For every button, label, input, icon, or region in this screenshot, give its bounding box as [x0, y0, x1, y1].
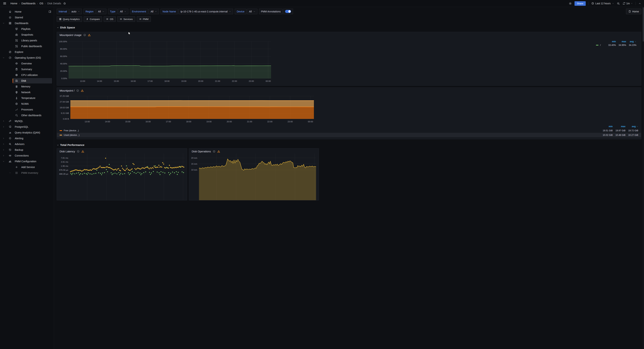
panel-header[interactable]: Disk Latency [60, 150, 84, 153]
sidebar-item-numa[interactable]: NUMA [0, 101, 54, 107]
sidebar-item-label: Disk [21, 78, 26, 84]
history-icon [9, 148, 12, 151]
sidebar-item-other-dashboards[interactable]: Other dashboards [0, 112, 54, 118]
svg-text:1.95 ms: 1.95 ms [61, 165, 68, 167]
sidebar-item-label: Network [21, 89, 30, 95]
section-total-performance[interactable]: Total Performance [57, 143, 322, 147]
breadcrumb-separator: › [19, 2, 20, 5]
breadcrumb: Home › Dashboards › OS › Disk Details [10, 2, 61, 5]
sidebar-item-cpu-utilization[interactable]: CPU utilization [0, 72, 54, 78]
filter-value-dropdown[interactable]: All [96, 9, 106, 14]
sidebar-item-network[interactable]: Network [0, 89, 54, 95]
breadcrumb-os[interactable]: OS [40, 2, 44, 5]
panel-header[interactable]: Disk Operations [192, 150, 220, 153]
info-icon[interactable] [77, 150, 80, 153]
toolbar-button-compare[interactable]: Compare [84, 16, 102, 22]
info-icon[interactable] [76, 89, 79, 92]
sidebar-item-snapshots[interactable]: Snapshots [0, 32, 54, 38]
info-icon[interactable] [83, 34, 86, 36]
breadcrumb-current: Disk Details [47, 2, 61, 5]
chevron-right-icon [2, 155, 5, 157]
sidebar-item-mysql[interactable]: MySQL [0, 118, 54, 124]
sidebar-item-label: MySQL [15, 118, 23, 124]
sidebar-item-playlists[interactable]: Playlists [0, 26, 54, 32]
sidebar-item-connections[interactable]: Connections [0, 153, 54, 158]
chevron-down-icon [9, 172, 11, 174]
sidebar-item-memory[interactable]: Memory [0, 84, 54, 89]
sidebar-item-backup[interactable]: Backup [0, 147, 54, 153]
panel-header[interactable]: Mountpoint / [60, 89, 84, 92]
breadcrumb-home[interactable]: Home [10, 2, 18, 5]
sidebar-item-explore[interactable]: Explore [0, 49, 54, 55]
panel-header[interactable]: Mountpoint Usage [60, 33, 91, 36]
sidebar-item-disk[interactable]: Disk [0, 78, 54, 84]
sidebar-item-label: Other dashboards [21, 112, 42, 118]
sidebar-item-label: NUMA [21, 101, 28, 107]
warning-icon[interactable] [88, 34, 91, 36]
svg-text:20:00: 20:00 [198, 80, 204, 82]
sidebar-item-public-dashboards[interactable]: Public dashboards [0, 43, 54, 49]
numa-icon [15, 102, 18, 105]
warning-icon[interactable] [81, 89, 84, 92]
svg-text:13:00: 13:00 [80, 80, 85, 82]
chevron-right-icon [2, 149, 5, 151]
sidebar-item-label: Backup [15, 147, 23, 153]
sidebar-item-add-service[interactable]: Add Service [0, 164, 54, 170]
legend-series[interactable]: Used (device , ) [60, 134, 322, 136]
sidebar-item-operating-system-os[interactable]: Operating System (OS) [0, 55, 54, 61]
star-icon [9, 16, 12, 19]
filter-value-dropdown[interactable]: All [118, 9, 128, 14]
toolbar-button-pmm[interactable]: PMM [137, 16, 151, 22]
svg-text:976.56 µs: 976.56 µs [59, 169, 68, 171]
sidebar-item-summary[interactable]: Summary [0, 66, 54, 72]
list-icon [106, 18, 108, 20]
svg-text:20 io/s: 20 io/s [191, 157, 197, 159]
breadcrumb-dashboards[interactable]: Dashboards [22, 2, 36, 5]
apps-icon [59, 18, 62, 20]
chevron-down-icon [2, 22, 5, 24]
warning-icon[interactable] [217, 150, 220, 153]
panel-disk-operations: Disk Operations 10 io/s15 io/s20 io/s [189, 148, 319, 174]
filter-value-dropdown[interactable]: All [149, 9, 159, 14]
section-disk-space[interactable]: Disk Space [57, 25, 322, 29]
sidebar-item-pmm-inventory[interactable]: PMM Inventory [0, 170, 54, 174]
sidebar-item-label: Temperature [21, 95, 36, 101]
legend-series[interactable]: Free (device , ) [60, 129, 322, 132]
toolbar-button-os[interactable]: OS [104, 16, 116, 22]
filter-value-dropdown[interactable]: All [247, 9, 258, 14]
chevron-down-icon [57, 26, 59, 29]
svg-text:9.31 GiB: 9.31 GiB [61, 112, 69, 114]
sidebar-item-temperature[interactable]: Temperature [0, 95, 54, 101]
sidebar-item-advisors[interactable]: Advisors [0, 141, 54, 147]
filter-value-dropdown[interactable]: ip-10-178-1-40.us-east-2.compute.interna… [178, 9, 233, 14]
panel-title: Disk Operations [192, 150, 211, 153]
sidebar-item-pmm-configuration[interactable]: PMM Configuration [0, 158, 54, 164]
filter-type: TypeAll [108, 9, 128, 14]
toolbar-button-query-analytics[interactable]: Query Analytics [57, 16, 82, 22]
filter-value-dropdown[interactable]: auto [70, 9, 82, 14]
sidebar-item-overview[interactable]: Overview [0, 61, 54, 66]
svg-text:14:00: 14:00 [97, 80, 102, 82]
info-icon[interactable] [213, 150, 216, 153]
sidebar-item-label: Summary [21, 66, 32, 72]
toolbar-button-services[interactable]: Services [117, 16, 135, 22]
apps-icon [9, 22, 12, 25]
sidebar-item-library-panels[interactable]: Library panels [0, 38, 54, 43]
sidebar-item-dashboards[interactable]: Dashboards [0, 20, 54, 26]
menu-icon[interactable] [3, 1, 6, 5]
panel-right-icon[interactable] [48, 10, 51, 13]
sidebar-item-postgresql[interactable]: PostgreSQL [0, 124, 54, 130]
sidebar-item-query-analytics-qan[interactable]: Query Analytics (QAN) [0, 130, 54, 135]
warning-icon[interactable] [81, 150, 84, 153]
star-icon[interactable] [63, 2, 66, 5]
chart-canvas-mountpoint-usage[interactable]: 0.00%20.00%40.00%60.00%80.00%100.00%13:0… [57, 32, 322, 85]
sidebar-item-home[interactable]: Home [0, 9, 54, 14]
legend-mountpoint-root: minmaxavg Free (device , )19.51 GiB19.97… [57, 125, 322, 137]
filter-device: DeviceAll [235, 9, 257, 14]
svg-text:17:00: 17:00 [148, 80, 153, 82]
gauge-icon [9, 56, 12, 59]
pmm-annotations-toggle[interactable] [283, 9, 293, 14]
sidebar-item-starred[interactable]: Starred [0, 14, 54, 20]
sidebar-item-alerting[interactable]: Alerting [0, 135, 54, 141]
sidebar-item-processes[interactable]: Processes [0, 107, 54, 112]
